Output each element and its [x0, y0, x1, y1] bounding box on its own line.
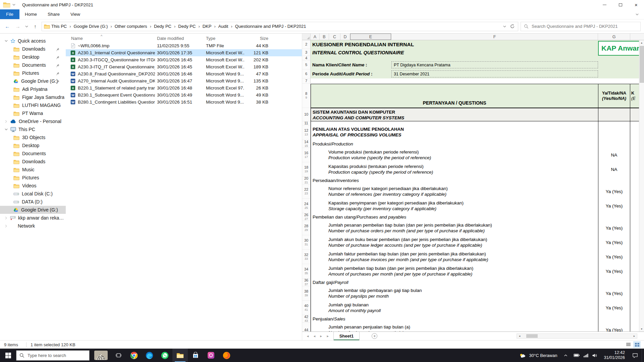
- chevron-down-icon[interactable]: [4, 128, 8, 130]
- taskbar-app-edge[interactable]: [142, 349, 157, 362]
- breadcrumb-item-dedy-pc[interactable]: Dedy PC: [178, 24, 196, 29]
- up-button[interactable]: ↑: [31, 22, 39, 31]
- large-icons-view-button[interactable]: [633, 341, 641, 348]
- column-header-name[interactable]: ^Name: [66, 36, 155, 41]
- breadcrumb-item-google-drive-g[interactable]: Google Drive (G:): [74, 24, 108, 29]
- file-row-a230-8-fraud-questionnaire-dkp2021[interactable]: WA230.8_Fraud Questionnaire_DKP202130/01…: [66, 70, 302, 77]
- sidebar-item-desktop[interactable]: Desktop: [0, 141, 66, 149]
- preview-vertical-scrollbar[interactable]: ▲ ▼: [639, 40, 644, 331]
- close-button[interactable]: ×: [628, 0, 644, 9]
- row-header-8[interactable]: 89: [302, 84, 311, 108]
- sidebar-item-google-drive-g[interactable]: Google Drive (G:): [0, 206, 66, 214]
- row-header-4[interactable]: 4: [302, 56, 311, 60]
- clock[interactable]: 12:42 31/01/2026: [600, 350, 629, 360]
- address-dropdown-chevron-icon[interactable]: [503, 25, 506, 27]
- sidebar-item-kkp-anwar-dan-rekan-1[interactable]: kkp anwar dan rekan (\\1: [0, 214, 66, 222]
- back-button[interactable]: ←: [3, 22, 11, 31]
- menu-tab-share[interactable]: Share: [42, 9, 65, 19]
- sidebar-item-pictures[interactable]: Pictures: [0, 174, 66, 182]
- scroll-up-icon[interactable]: ▲: [639, 40, 644, 45]
- row-header-6[interactable]: 6: [302, 69, 311, 78]
- sidebar-item-3d-objects[interactable]: 3D Objects: [0, 133, 66, 141]
- add-sheet-button[interactable]: +: [372, 333, 377, 339]
- refresh-icon[interactable]: [510, 24, 515, 28]
- file-row-b230-1-subsequent-event-questionnaire[interactable]: WB230.1_Subsequent Event Questionnaire_.…: [66, 92, 302, 99]
- forward-button[interactable]: →: [14, 22, 22, 31]
- chevron-right-icon[interactable]: [4, 217, 8, 220]
- vertical-scrollbar-thumb[interactable]: [640, 46, 644, 83]
- sidebar-item-desktop[interactable]: Desktop: [0, 53, 66, 61]
- select-all-corner[interactable]: [302, 34, 311, 40]
- column-header-D[interactable]: D: [340, 34, 350, 40]
- column-header-A[interactable]: A: [311, 34, 320, 40]
- chevron-right-icon[interactable]: [4, 225, 8, 228]
- address-field[interactable]: This PC›Google Drive (G:)›Other computer…: [42, 22, 518, 31]
- row-header-38[interactable]: 3839: [302, 286, 311, 301]
- first-sheet-icon[interactable]: ◄: [306, 335, 309, 338]
- prev-sheet-icon[interactable]: ◄: [313, 335, 316, 338]
- row-header-36[interactable]: 3637: [302, 279, 311, 286]
- row-header-3[interactable]: 3: [302, 49, 311, 56]
- file-row-b280-1-contingent-liabilities-questionn[interactable]: WB280.1_Contingent Liabilities Questionn…: [66, 99, 302, 106]
- weather-widget[interactable]: 30°C Berawan: [515, 349, 561, 362]
- row-header-14[interactable]: 1415: [302, 140, 311, 148]
- column-header-B[interactable]: B: [320, 34, 329, 40]
- row-header-22[interactable]: 2223: [302, 184, 311, 199]
- next-sheet-icon[interactable]: ►: [320, 335, 323, 338]
- sidebar-item-network[interactable]: Network: [0, 222, 66, 230]
- sidebar-item-quick-access[interactable]: Quick access: [0, 37, 66, 45]
- file-row-wrl0066-tmp[interactable]: ~WRL0066.tmp11/02/2025 9:55TMP File44 KB: [66, 42, 302, 49]
- row-header-44[interactable]: 44: [302, 323, 311, 331]
- minimize-button[interactable]: [597, 0, 612, 9]
- qat-customize-chevron-icon[interactable]: [12, 4, 15, 6]
- breadcrumb-item-dedy-pc[interactable]: Dedy PC: [154, 24, 171, 29]
- sidebar-item-pt-warna[interactable]: PT Warna: [0, 109, 66, 117]
- menu-tab-home[interactable]: Home: [19, 9, 42, 19]
- row-header-20[interactable]: 2021: [302, 177, 311, 184]
- last-sheet-icon[interactable]: ►: [326, 335, 329, 338]
- file-row-a270-internal-audit-questionnaire-dkp2[interactable]: WA270_Internal Audit Questionnaire_DKP2.…: [66, 77, 302, 84]
- scroll-left-icon[interactable]: ◄: [517, 335, 522, 337]
- file-row-b220-1-statement-of-related-party-transac[interactable]: XB220.1_Statement of related party trans…: [66, 84, 302, 92]
- column-header-size[interactable]: Size: [244, 36, 273, 41]
- sidebar-item-pictures[interactable]: Pictures: [0, 69, 66, 77]
- show-desktop-button[interactable]: [642, 349, 644, 362]
- column-header-type[interactable]: Type: [204, 36, 244, 41]
- start-button[interactable]: [0, 349, 16, 362]
- row-header-42[interactable]: 4243: [302, 315, 311, 323]
- horizontal-scrollbar-thumb[interactable]: [526, 334, 538, 338]
- chevron-down-icon[interactable]: [4, 40, 8, 42]
- breadcrumb-item-questionnaire-and-pmpj-dkp2021[interactable]: Questionnaire and PMPJ - DKP2021: [235, 24, 306, 29]
- breadcrumb-item-other-computers[interactable]: Other computers: [115, 24, 147, 29]
- taskbar-app-file-explorer[interactable]: [172, 349, 188, 362]
- file-row-a230-1-internal-control-questionnaire-d[interactable]: XA230.1_Internal Control Questionnaire_D…: [66, 49, 302, 56]
- recent-locations-chevron-icon[interactable]: [24, 22, 29, 31]
- row-header-26[interactable]: 2627: [302, 213, 311, 221]
- sidebar-item-this-pc[interactable]: This PC: [0, 125, 66, 133]
- sidebar-item-videos[interactable]: Videos: [0, 182, 66, 190]
- column-header-F[interactable]: F: [391, 34, 598, 40]
- search-box[interactable]: Search Questionnaire and PMPJ - DKP2021: [521, 22, 641, 31]
- sidebar-item-adi-priyatna[interactable]: Adi Priyatna: [0, 85, 66, 93]
- taskbar-app-zebra-shortcut[interactable]: [91, 349, 111, 362]
- row-header-24[interactable]: 2425: [302, 199, 311, 213]
- row-header-12[interactable]: 1213: [302, 125, 311, 140]
- taskbar-app-photos-app[interactable]: [203, 349, 219, 362]
- maximize-button[interactable]: [612, 0, 628, 9]
- sidebar-item-local-disk-c[interactable]: Local Disk (C:): [0, 190, 66, 198]
- scroll-down-icon[interactable]: ▼: [639, 326, 644, 331]
- sheet-tab-sheet1[interactable]: Sheet1: [333, 332, 360, 340]
- taskbar-app-chrome[interactable]: [126, 349, 142, 362]
- preview-horizontal-scrollbar[interactable]: ◄ ►: [517, 334, 637, 339]
- taskbar-app-firefox[interactable]: [219, 349, 234, 362]
- row-header-11[interactable]: 11: [302, 121, 311, 125]
- sidebar-item-downloads[interactable]: Downloads: [0, 158, 66, 166]
- row-header-5[interactable]: 5: [302, 60, 311, 69]
- sidebar-item-documents[interactable]: Documents: [0, 149, 66, 158]
- menu-tab-view[interactable]: View: [65, 9, 86, 19]
- file-row-a230-3-itgcq-questionnaire-for-itgc-dk[interactable]: XA230.3-ITGCQ_Questionnaire for ITGC_DK.…: [66, 56, 302, 63]
- taskbar-search[interactable]: Type here to search: [16, 350, 90, 361]
- column-header-E[interactable]: E: [350, 34, 391, 40]
- taskbar-app-whatsapp[interactable]: [157, 349, 172, 362]
- chevron-right-icon[interactable]: [4, 120, 8, 123]
